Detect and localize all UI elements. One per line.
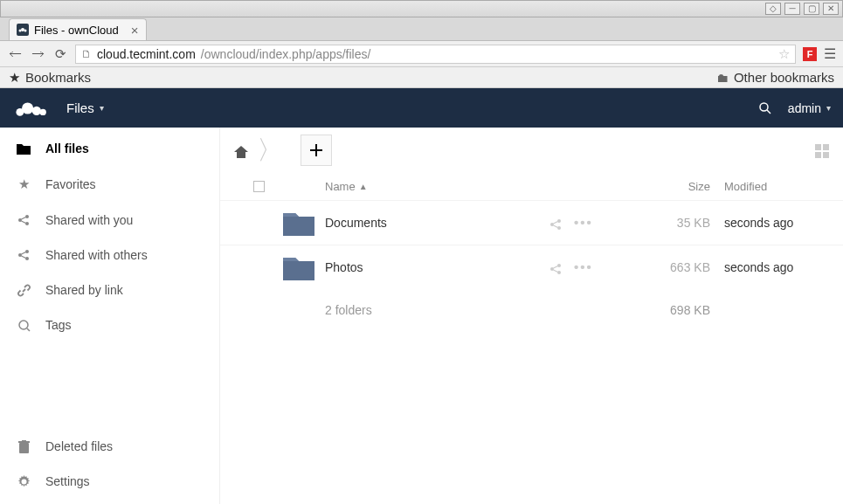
file-modified: seconds ago [724, 216, 829, 230]
svg-line-8 [767, 110, 770, 114]
share-icon [16, 214, 31, 226]
user-icon[interactable]: ◇ [765, 3, 781, 15]
page-icon: 🗋 [81, 48, 92, 60]
reload-button[interactable]: ⟳ [52, 46, 68, 62]
url-host: cloud.tecmint.com [97, 47, 196, 61]
svg-point-6 [40, 108, 46, 114]
sidebar-item-shared-with-others[interactable]: Shared with others [0, 238, 219, 273]
file-size: 35 KB [646, 216, 724, 230]
svg-point-33 [557, 226, 561, 230]
url-bar[interactable]: 🗋 cloud.tecmint.com/owncloud/index.php/a… [75, 45, 796, 64]
svg-rect-28 [823, 144, 829, 150]
url-path: /owncloud/index.php/apps/files/ [201, 47, 371, 61]
bookmarks-label: Bookmarks [25, 70, 91, 85]
tab-close-icon[interactable]: × [131, 23, 139, 38]
svg-point-9 [25, 215, 29, 218]
caret-down-icon: ▾ [100, 103, 104, 113]
select-all-checkbox[interactable] [253, 181, 265, 192]
svg-point-2 [24, 30, 27, 32]
svg-line-12 [22, 217, 26, 220]
sidebar-item-deleted-files[interactable]: Deleted files [0, 429, 219, 464]
svg-rect-22 [18, 441, 30, 443]
svg-point-36 [557, 264, 561, 267]
sidebar-item-all-files[interactable]: All files [0, 131, 219, 166]
link-icon [16, 284, 31, 297]
share-icon [16, 249, 31, 261]
user-menu[interactable]: admin ▾ [788, 101, 831, 115]
sidebar-item-shared-by-link[interactable]: Shared by link [0, 273, 219, 307]
column-modified-label: Modified [724, 180, 767, 193]
minimize-button[interactable]: ─ [784, 3, 800, 15]
browser-toolbar: 🡐 🡒 ⟳ 🗋 cloud.tecmint.com/owncloud/index… [0, 41, 843, 67]
svg-rect-21 [19, 443, 29, 453]
svg-point-14 [25, 250, 29, 253]
file-name: Documents [325, 216, 549, 230]
svg-point-5 [32, 106, 41, 114]
flipboard-extension-icon[interactable]: F [803, 47, 817, 61]
breadcrumb-bar: 〉 [220, 128, 843, 173]
bookmark-star-icon[interactable]: ☆ [778, 46, 790, 62]
svg-line-13 [22, 221, 26, 224]
folder-icon [283, 210, 325, 236]
sidebar: All files★FavoritesShared with youShared… [0, 128, 220, 504]
svg-line-40 [554, 270, 558, 273]
column-size[interactable]: Size [646, 180, 724, 193]
sidebar-item-label: Shared with you [45, 213, 133, 227]
other-bookmarks-button[interactable]: 🖿 Other bookmarks [716, 70, 834, 85]
summary-text: 2 folders [325, 303, 549, 317]
home-icon[interactable] [234, 142, 248, 157]
sidebar-item-shared-with-you[interactable]: Shared with you [0, 203, 219, 238]
share-icon[interactable] [549, 259, 562, 274]
window-titlebar: ◇ ─ ▢ ✕ [0, 0, 843, 17]
sidebar-item-label: Settings [45, 474, 90, 488]
column-modified[interactable]: Modified [724, 180, 829, 193]
sidebar-item-tags[interactable]: Tags [0, 307, 219, 342]
star-solid-icon: ★ [9, 70, 20, 86]
trash-icon [16, 440, 31, 453]
svg-rect-23 [22, 440, 26, 441]
close-window-button[interactable]: ✕ [823, 3, 839, 15]
file-table: Name ▲ Size Modified Documents•••35 KBse… [220, 173, 843, 331]
summary-size: 698 KB [646, 303, 724, 317]
app-menu-label: Files [66, 100, 94, 115]
grid-view-icon[interactable] [815, 142, 829, 158]
folder-solid-icon [16, 142, 31, 155]
svg-point-16 [25, 257, 29, 260]
svg-point-4 [22, 102, 33, 114]
sidebar-item-favorites[interactable]: ★Favorites [0, 166, 219, 203]
caret-down-icon: ▾ [826, 103, 831, 113]
sidebar-item-settings[interactable]: Settings [0, 464, 219, 499]
breadcrumb-separator: 〉 [257, 133, 283, 169]
column-name[interactable]: Name ▲ [325, 180, 549, 193]
svg-line-17 [22, 252, 26, 255]
browser-menu-icon[interactable]: ☰ [824, 45, 836, 62]
folder-icon [283, 254, 325, 280]
tab-title: Files - ownCloud [34, 24, 119, 37]
table-row[interactable]: Photos•••663 KBseconds ago [220, 245, 843, 289]
sidebar-item-label: Deleted files [45, 439, 113, 453]
table-row[interactable]: Documents•••35 KBseconds ago [220, 200, 843, 245]
app-topnav: Files ▾ admin ▾ [0, 88, 843, 128]
search-icon[interactable] [758, 100, 772, 116]
svg-line-20 [27, 328, 30, 331]
forward-button[interactable]: 🡒 [30, 46, 45, 61]
svg-line-18 [22, 256, 26, 259]
other-bookmarks-label: Other bookmarks [734, 70, 834, 85]
bookmarks-button[interactable]: ★ Bookmarks [9, 70, 91, 86]
star-icon: ★ [16, 176, 31, 192]
svg-point-31 [557, 219, 561, 223]
svg-line-35 [554, 225, 558, 228]
share-icon[interactable] [549, 215, 562, 230]
owncloud-logo[interactable] [12, 99, 51, 118]
sidebar-item-label: Shared with others [45, 248, 148, 262]
svg-point-11 [25, 222, 29, 225]
maximize-button[interactable]: ▢ [804, 3, 819, 15]
svg-point-7 [760, 103, 768, 111]
browser-tab[interactable]: Files - ownCloud × [9, 18, 147, 40]
more-icon[interactable]: ••• [574, 259, 593, 274]
back-button[interactable]: 🡐 [7, 46, 23, 61]
new-button[interactable] [301, 135, 332, 166]
app-menu[interactable]: Files ▾ [66, 100, 104, 115]
more-icon[interactable]: ••• [574, 215, 593, 230]
column-name-label: Name [325, 180, 356, 193]
